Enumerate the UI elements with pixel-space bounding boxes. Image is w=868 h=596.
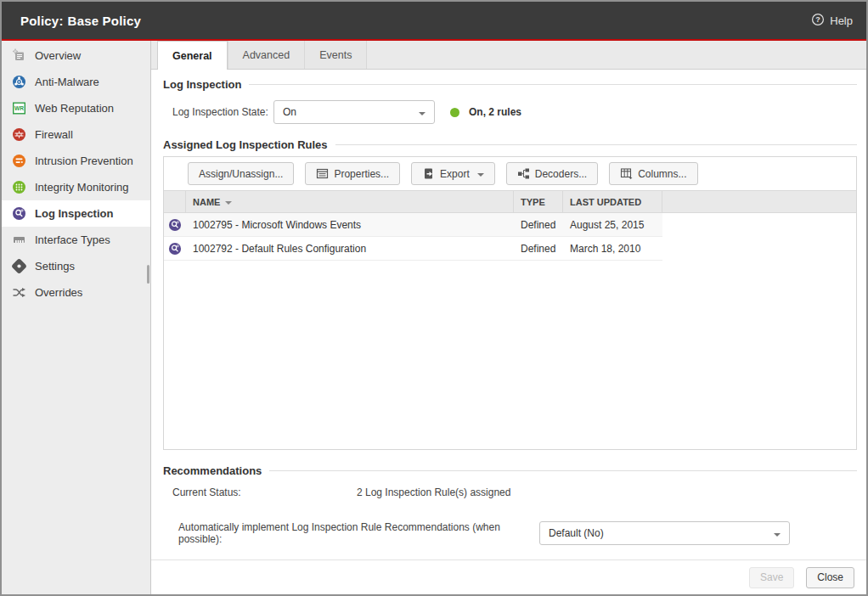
sidebar-item-label: Integrity Monitoring bbox=[35, 181, 129, 194]
rule-last-updated: March 18, 2010 bbox=[563, 243, 662, 255]
anti-malware-icon bbox=[12, 75, 26, 89]
assign-unassign-button[interactable]: Assign/Unassign... bbox=[188, 162, 294, 185]
rule-last-updated: August 25, 2015 bbox=[563, 219, 662, 231]
log-inspection-icon bbox=[12, 206, 26, 221]
auto-implement-label: Automatically implement Log Inspection R… bbox=[178, 521, 539, 545]
properties-icon bbox=[316, 167, 329, 180]
column-label: LAST UPDATED bbox=[570, 197, 641, 207]
table-header: NAME TYPE LAST UPDATED bbox=[164, 190, 856, 213]
recommendations-section-header: Recommendations bbox=[163, 464, 857, 477]
decoders-button[interactable]: Decoders... bbox=[506, 162, 598, 185]
integrity-monitoring-icon bbox=[12, 180, 26, 194]
status-text: On, 2 rules bbox=[469, 106, 521, 118]
sidebar-item-label: Log Inspection bbox=[35, 207, 113, 220]
sidebar-item-overview[interactable]: Overview bbox=[2, 42, 150, 69]
auto-implement-value: Default (No) bbox=[549, 527, 604, 539]
button-label: Close bbox=[817, 571, 843, 583]
close-button[interactable]: Close bbox=[806, 567, 854, 588]
export-icon bbox=[422, 167, 435, 180]
sidebar-resize-handle[interactable] bbox=[147, 265, 149, 284]
tab-content: Log Inspection Log Inspection State: On … bbox=[151, 70, 866, 559]
rule-type: Defined bbox=[514, 219, 563, 231]
table-row[interactable]: 1002792 - Default Rules Configuration De… bbox=[164, 237, 662, 261]
sidebar-item-label: Overview bbox=[35, 49, 81, 62]
chevron-down-icon bbox=[774, 533, 781, 540]
log-inspection-status: On, 2 rules bbox=[450, 106, 521, 118]
button-label: Assign/Unassign... bbox=[199, 168, 283, 180]
settings-icon bbox=[12, 259, 26, 273]
button-label: Properties... bbox=[334, 168, 389, 180]
button-label: Export bbox=[440, 168, 470, 180]
chevron-down-icon bbox=[477, 173, 484, 180]
assigned-rules-list: Assign/Unassign... Properties... bbox=[163, 156, 857, 450]
rule-name: 1002792 - Default Rules Configuration bbox=[186, 243, 514, 255]
help-button[interactable]: ? Help bbox=[811, 13, 853, 29]
content-panel: General Advanced Events Log Inspection L… bbox=[151, 41, 866, 594]
sidebar-item-web-reputation[interactable]: WR Web Reputation bbox=[2, 95, 150, 121]
section-title-assigned-rules: Assigned Log Inspection Rules bbox=[163, 138, 328, 151]
sidebar-item-label: Anti-Malware bbox=[35, 76, 99, 88]
tab-advanced[interactable]: Advanced bbox=[228, 41, 306, 69]
sidebar-item-label: Interface Types bbox=[35, 233, 110, 246]
auto-implement-row: Automatically implement Log Inspection R… bbox=[178, 521, 857, 545]
table-row[interactable]: 1002795 - Microsoft Windows Events Defin… bbox=[164, 213, 662, 237]
sidebar-item-intrusion-prevention[interactable]: Intrusion Prevention bbox=[2, 148, 150, 174]
interface-types-icon bbox=[12, 233, 26, 247]
log-inspection-state-row: Log Inspection State: On On, 2 rules bbox=[172, 100, 857, 124]
sidebar-item-integrity-monitoring[interactable]: Integrity Monitoring bbox=[2, 174, 150, 200]
current-status-value: 2 Log Inspection Rule(s) assigned bbox=[357, 486, 510, 498]
column-header-name[interactable]: NAME bbox=[186, 191, 514, 212]
section-title-log-inspection: Log Inspection bbox=[163, 78, 241, 91]
column-header-icon[interactable] bbox=[164, 191, 186, 212]
svg-text:?: ? bbox=[816, 15, 821, 24]
current-status-label: Current Status: bbox=[172, 486, 357, 498]
columns-button[interactable]: Columns... bbox=[609, 162, 697, 185]
page-title: Policy:Base Policy bbox=[20, 14, 141, 28]
sidebar-item-settings[interactable]: Settings bbox=[2, 253, 150, 279]
auto-implement-select[interactable]: Default (No) bbox=[539, 521, 790, 545]
export-button[interactable]: Export bbox=[411, 162, 495, 185]
sidebar-item-label: Intrusion Prevention bbox=[35, 155, 133, 167]
save-button[interactable]: Save bbox=[749, 567, 794, 588]
sidebar-item-label: Overrides bbox=[35, 286, 82, 299]
sidebar-item-log-inspection[interactable]: Log Inspection bbox=[2, 200, 150, 227]
section-divider bbox=[269, 470, 857, 471]
column-header-last-updated[interactable]: LAST UPDATED bbox=[563, 191, 662, 212]
rules-toolbar: Assign/Unassign... Properties... bbox=[164, 157, 856, 190]
help-icon: ? bbox=[811, 13, 825, 29]
tab-label: General bbox=[172, 50, 212, 62]
policy-editor-window: Policy:Base Policy ? Help Overview Anti bbox=[0, 0, 868, 596]
overview-icon bbox=[12, 48, 26, 63]
log-inspection-rule-icon bbox=[164, 242, 186, 256]
column-header-filler bbox=[662, 191, 856, 212]
columns-icon bbox=[620, 167, 633, 180]
recommendations-section: Recommendations Current Status: 2 Log In… bbox=[163, 464, 857, 545]
tab-events[interactable]: Events bbox=[305, 41, 367, 69]
sidebar-item-label: Settings bbox=[35, 260, 75, 273]
sidebar-item-anti-malware[interactable]: Anti-Malware bbox=[2, 69, 150, 95]
chevron-down-icon bbox=[419, 112, 426, 119]
column-header-type[interactable]: TYPE bbox=[514, 191, 563, 212]
page-title-name: Base Policy bbox=[68, 14, 141, 28]
column-label: NAME bbox=[193, 197, 220, 207]
sidebar-item-label: Firewall bbox=[35, 128, 73, 141]
log-inspection-state-label: Log Inspection State: bbox=[172, 106, 273, 118]
properties-button[interactable]: Properties... bbox=[305, 162, 400, 185]
tab-bar: General Advanced Events bbox=[151, 41, 866, 70]
help-label: Help bbox=[830, 14, 853, 27]
log-inspection-rule-icon bbox=[164, 218, 186, 232]
tab-label: Events bbox=[319, 49, 352, 61]
table-empty-area bbox=[164, 261, 856, 449]
section-divider bbox=[335, 144, 857, 145]
intrusion-prevention-icon bbox=[12, 154, 26, 168]
firewall-icon bbox=[12, 127, 26, 142]
log-inspection-section-header: Log Inspection bbox=[163, 78, 857, 91]
tab-general[interactable]: General bbox=[157, 41, 228, 70]
sidebar-item-firewall[interactable]: Firewall bbox=[2, 121, 150, 148]
log-inspection-state-select[interactable]: On bbox=[273, 100, 435, 124]
sidebar-item-overrides[interactable]: Overrides bbox=[2, 279, 150, 306]
svg-text:WR: WR bbox=[14, 105, 24, 111]
footer-bar: Save Close bbox=[151, 559, 866, 594]
column-label: TYPE bbox=[521, 197, 545, 207]
sidebar-item-interface-types[interactable]: Interface Types bbox=[2, 227, 150, 253]
